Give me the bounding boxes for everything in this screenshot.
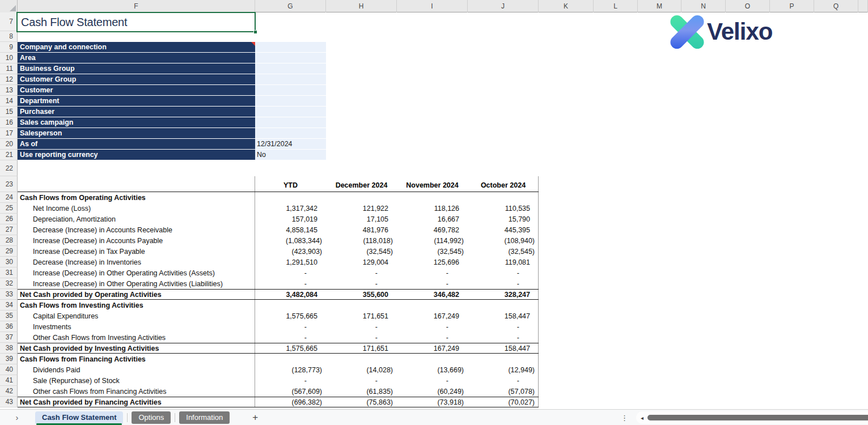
filter-value-cell[interactable]: 12/31/2024	[255, 139, 326, 149]
statement-value-cell[interactable]: -	[397, 323, 468, 331]
row-header-12[interactable]: 12	[0, 74, 18, 85]
statement-value-cell[interactable]: 167,249	[397, 312, 468, 320]
statement-value-cell[interactable]: -	[255, 269, 326, 277]
row-header-40[interactable]: 40	[0, 364, 18, 375]
statement-value-cell[interactable]: -	[255, 323, 326, 331]
row-header-10[interactable]: 10	[0, 53, 18, 63]
statement-value-cell[interactable]: (696,382)	[255, 398, 326, 406]
filter-value-cell[interactable]	[255, 74, 326, 84]
statement-value-cell[interactable]: (61,835)	[326, 388, 397, 396]
row-header-11[interactable]: 11	[0, 63, 18, 74]
statement-value-cell[interactable]: 1,291,510	[255, 258, 326, 266]
statement-value-cell[interactable]: -	[397, 334, 468, 342]
statement-value-cell[interactable]: 445,395	[468, 226, 539, 234]
statement-value-cell[interactable]: (108,940)	[468, 237, 539, 245]
filter-value-cell[interactable]	[255, 96, 326, 106]
statement-value-cell[interactable]: 1,575,665	[255, 345, 326, 352]
select-all-box[interactable]	[0, 0, 18, 12]
row-header-32[interactable]: 32	[0, 278, 18, 289]
statement-value-cell[interactable]: (75,863)	[326, 398, 397, 406]
row-header-31[interactable]: 31	[0, 267, 18, 278]
column-header-O[interactable]: O	[726, 0, 770, 12]
row-header-39[interactable]: 39	[0, 354, 18, 364]
statement-value-cell[interactable]: -	[468, 323, 539, 331]
statement-value-cell[interactable]: -	[255, 334, 326, 342]
statement-value-cell[interactable]: (32,545)	[468, 248, 539, 256]
title-cell[interactable]: Cash Flow Statement	[18, 13, 255, 32]
row-header-29[interactable]: 29	[0, 246, 18, 257]
column-header-K[interactable]: K	[539, 0, 594, 12]
statement-value-cell[interactable]: 15,790	[468, 215, 539, 223]
statement-value-cell[interactable]: 158,447	[468, 345, 539, 352]
row-header-17[interactable]: 17	[0, 128, 18, 139]
column-header-P[interactable]: P	[770, 0, 814, 12]
statement-value-cell[interactable]: 171,651	[326, 312, 397, 320]
statement-value-cell[interactable]: 1,317,342	[255, 205, 326, 212]
statement-value-cell[interactable]: 1,575,665	[255, 312, 326, 320]
column-header-L[interactable]: L	[594, 0, 638, 12]
statement-value-cell[interactable]: -	[326, 323, 397, 331]
statement-value-cell[interactable]: 17,105	[326, 215, 397, 223]
statement-value-cell[interactable]: (14,028)	[326, 366, 397, 374]
row-header-41[interactable]: 41	[0, 375, 18, 386]
column-header-I[interactable]: I	[397, 0, 468, 12]
row-header-34[interactable]: 34	[0, 300, 18, 311]
row-header-33[interactable]: 33	[0, 289, 18, 300]
filter-value-cell[interactable]	[255, 53, 326, 63]
column-header-N[interactable]: N	[681, 0, 726, 12]
row-header-42[interactable]: 42	[0, 386, 18, 397]
sheet-tab-cash-flow-statement[interactable]: Cash Flow Statement	[35, 411, 123, 424]
row-header-37[interactable]: 37	[0, 332, 18, 343]
statement-value-cell[interactable]: -	[255, 377, 326, 385]
statement-value-cell[interactable]: (128,773)	[255, 366, 326, 374]
row-header-14[interactable]: 14	[0, 96, 18, 107]
tabbar-resize-grip-icon[interactable]: ⋮	[621, 414, 628, 422]
statement-value-cell[interactable]: 469,782	[397, 226, 468, 234]
horizontal-scrollbar-thumb[interactable]	[647, 415, 868, 420]
sheet-tab-information[interactable]: Information	[179, 411, 230, 424]
statement-value-cell[interactable]: (60,249)	[397, 388, 468, 396]
row-header-8[interactable]: 8	[0, 31, 18, 42]
row-header-36[interactable]: 36	[0, 321, 18, 332]
statement-value-cell[interactable]: (118,018)	[326, 237, 397, 245]
statement-value-cell[interactable]: 481,976	[326, 226, 397, 234]
statement-value-cell[interactable]: (12,949)	[468, 366, 539, 374]
row-header-20[interactable]: 20	[0, 139, 18, 150]
statement-value-cell[interactable]: 3,482,084	[255, 291, 326, 299]
row-header-26[interactable]: 26	[0, 214, 18, 224]
statement-value-cell[interactable]: 158,447	[468, 312, 539, 320]
row-header-28[interactable]: 28	[0, 235, 18, 246]
row-header-7[interactable]: 7	[0, 12, 18, 31]
statement-value-cell[interactable]: 355,600	[326, 291, 397, 299]
statement-value-cell[interactable]: -	[468, 334, 539, 342]
row-header-24[interactable]: 24	[0, 192, 18, 203]
row-header-23[interactable]: 23	[0, 176, 18, 192]
horizontal-scrollbar[interactable]: ◂	[636, 411, 868, 424]
statement-value-cell[interactable]: -	[326, 280, 397, 288]
statement-value-cell[interactable]: (57,078)	[468, 388, 539, 396]
fill-handle[interactable]	[253, 30, 257, 34]
row-header-21[interactable]: 21	[0, 150, 18, 160]
statement-value-cell[interactable]: 118,126	[397, 205, 468, 212]
add-sheet-button[interactable]: +	[252, 412, 258, 423]
row-header-16[interactable]: 16	[0, 117, 18, 128]
statement-value-cell[interactable]: (73,918)	[397, 398, 468, 406]
statement-value-cell[interactable]: 125,696	[397, 258, 468, 266]
row-header-22[interactable]: 22	[0, 160, 18, 176]
filter-value-cell[interactable]: No	[255, 150, 326, 160]
column-header-F[interactable]: F	[18, 0, 255, 12]
statement-value-cell[interactable]: -	[326, 334, 397, 342]
column-header-Q[interactable]: Q	[814, 0, 858, 12]
column-header-M[interactable]: M	[638, 0, 681, 12]
filter-value-cell[interactable]	[255, 107, 326, 117]
column-header-G[interactable]: G	[255, 0, 326, 12]
row-header-9[interactable]: 9	[0, 42, 18, 53]
statement-value-cell[interactable]: -	[468, 269, 539, 277]
sheet-nav-chevron[interactable]: ›	[0, 413, 34, 422]
statement-value-cell[interactable]: (70,027)	[468, 398, 539, 406]
statement-value-cell[interactable]: (423,903)	[255, 248, 326, 256]
statement-value-cell[interactable]: (1,083,344)	[255, 237, 326, 245]
row-header-38[interactable]: 38	[0, 343, 18, 354]
statement-value-cell[interactable]: (13,669)	[397, 366, 468, 374]
statement-value-cell[interactable]: -	[468, 280, 539, 288]
